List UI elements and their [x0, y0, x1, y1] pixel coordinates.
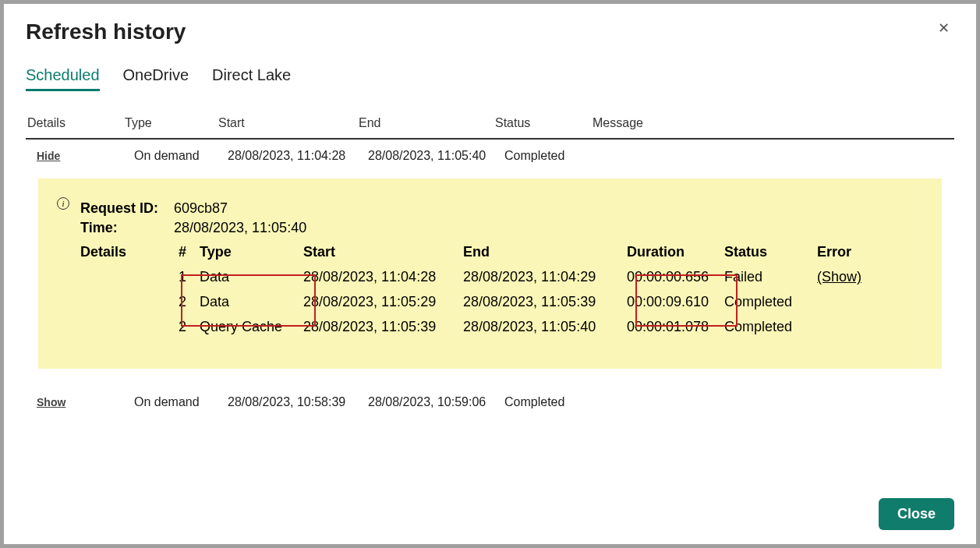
row-type: On demand — [134, 395, 228, 409]
dt-col-duration: Duration — [627, 239, 724, 264]
dt-duration: 00:00:09.610 — [627, 289, 724, 314]
tab-scheduled[interactable]: Scheduled — [26, 66, 100, 91]
dt-type: Data — [200, 289, 303, 314]
dt-start: 28/08/2023, 11:05:29 — [303, 289, 463, 314]
dt-duration: 00:00:00.656 — [627, 264, 724, 289]
dt-col-error: Error — [817, 239, 925, 264]
dt-col-num: # — [174, 239, 200, 264]
hide-link[interactable]: Hide — [37, 150, 60, 162]
dialog-title: Refresh history — [26, 19, 186, 44]
show-link[interactable]: Show — [37, 396, 65, 408]
dt-num: 2 — [174, 314, 200, 339]
info-icon: i — [57, 197, 69, 210]
row-start: 28/08/2023, 11:04:28 — [228, 149, 368, 163]
dt-end: 28/08/2023, 11:05:40 — [463, 314, 627, 339]
table-row: Hide On demand 28/08/2023, 11:04:28 28/0… — [26, 140, 954, 172]
dt-status: Failed — [724, 264, 817, 289]
error-show-link[interactable]: (Show) — [817, 269, 861, 285]
row-end: 28/08/2023, 10:59:06 — [368, 395, 504, 409]
row-status: Completed — [504, 395, 602, 409]
detail-table: Details # Type Start End Duration Status… — [80, 239, 925, 339]
close-icon[interactable]: ✕ — [933, 19, 954, 37]
col-end: End — [359, 116, 495, 130]
dt-col-start: Start — [303, 239, 463, 264]
dt-num: 2 — [174, 289, 200, 314]
detail-details-label: Details — [80, 239, 174, 264]
detail-meta: Request ID: 609cb87 Time: 28/08/2023, 11… — [80, 200, 925, 236]
row-start: 28/08/2023, 10:58:39 — [228, 395, 368, 409]
detail-table-header: Details # Type Start End Duration Status… — [80, 239, 925, 264]
dt-start: 28/08/2023, 11:04:28 — [303, 264, 463, 289]
dt-col-status: Status — [724, 239, 817, 264]
dt-end: 28/08/2023, 11:04:29 — [463, 264, 627, 289]
tab-directlake[interactable]: Direct Lake — [212, 66, 291, 91]
dt-status: Completed — [724, 314, 817, 339]
table-row: Show On demand 28/08/2023, 10:58:39 28/0… — [26, 386, 954, 419]
row-type: On demand — [134, 149, 228, 163]
dt-type: Data — [200, 264, 303, 289]
detail-row: 2 Data 28/08/2023, 11:05:29 28/08/2023, … — [80, 289, 925, 314]
col-message: Message — [593, 116, 953, 130]
detail-panel: i Request ID: 609cb87 Time: 28/08/2023, … — [38, 179, 942, 369]
time-value: 28/08/2023, 11:05:40 — [174, 220, 306, 236]
dialog-header: Refresh history ✕ — [26, 19, 954, 44]
tab-onedrive[interactable]: OneDrive — [123, 66, 189, 91]
table-body[interactable]: Hide On demand 28/08/2023, 11:04:28 28/0… — [26, 140, 954, 487]
request-id-value: 609cb87 — [174, 200, 228, 217]
dt-start: 28/08/2023, 11:05:39 — [303, 314, 463, 339]
detail-row: 1 Data 28/08/2023, 11:04:28 28/08/2023, … — [80, 264, 925, 289]
row-status: Completed — [504, 149, 602, 163]
dt-duration: 00:00:01.078 — [627, 314, 724, 339]
dt-num: 1 — [174, 264, 200, 289]
col-start: Start — [218, 116, 359, 130]
dt-col-end: End — [463, 239, 627, 264]
dt-end: 28/08/2023, 11:05:39 — [463, 289, 627, 314]
request-id-label: Request ID: — [80, 200, 174, 217]
table-header: Details Type Start End Status Message — [26, 116, 954, 140]
dt-col-type: Type — [200, 239, 303, 264]
tabs: Scheduled OneDrive Direct Lake — [26, 66, 954, 91]
close-button[interactable]: Close — [879, 498, 954, 530]
col-status: Status — [495, 116, 593, 130]
dialog-footer: Close — [26, 487, 954, 530]
row-end: 28/08/2023, 11:05:40 — [368, 149, 504, 163]
col-details: Details — [27, 116, 125, 130]
time-label: Time: — [80, 220, 174, 236]
dt-status: Completed — [724, 289, 817, 314]
dt-type: Query Cache — [200, 314, 303, 339]
detail-row: 2 Query Cache 28/08/2023, 11:05:39 28/08… — [80, 314, 925, 339]
col-type: Type — [125, 116, 218, 130]
refresh-history-dialog: Refresh history ✕ Scheduled OneDrive Dir… — [4, 4, 976, 544]
